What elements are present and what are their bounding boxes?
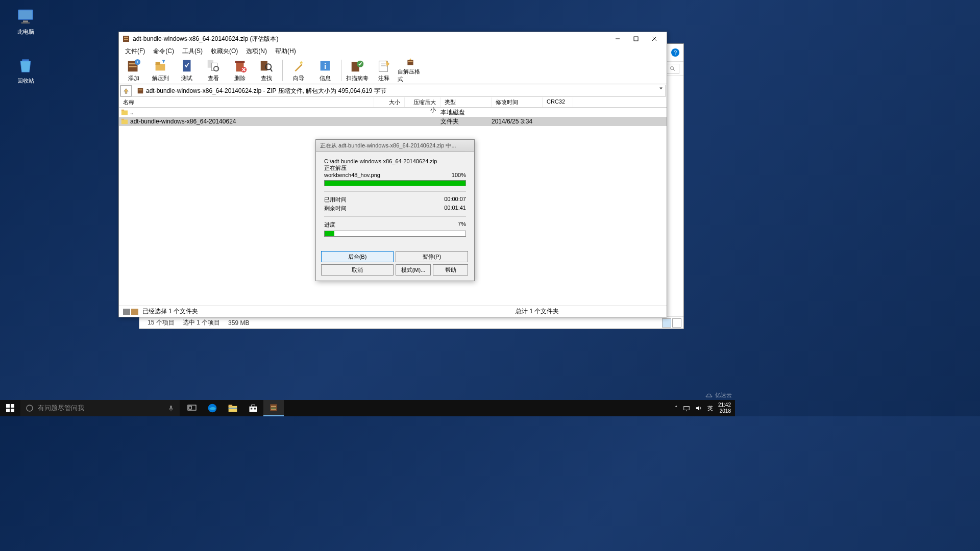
svg-rect-9 [124, 39, 128, 40]
status-icon [123, 309, 130, 315]
desktop-icon-recycle[interactable]: 回收站 [10, 55, 41, 85]
menu-file[interactable]: 文件(F) [122, 46, 148, 57]
close-button[interactable] [645, 33, 664, 44]
toolbar-comment[interactable]: 注释 [371, 58, 397, 83]
svg-rect-61 [229, 408, 237, 409]
maximize-button[interactable] [627, 33, 645, 44]
remaining-value: 00:01:41 [444, 205, 466, 212]
svg-rect-64 [254, 408, 256, 409]
window-title: adt-bundle-windows-x86_64-20140624.zip (… [133, 35, 608, 43]
status-selected: 已经选择 1 个文件夹 [142, 307, 412, 316]
progress-label: 进度 [324, 221, 335, 229]
dialog-title[interactable]: 正在从 adt-bundle-windows-x86_64-20140624.z… [316, 140, 474, 152]
menu-command[interactable]: 命令(C) [150, 46, 177, 57]
view-details-button[interactable] [662, 318, 671, 328]
toolbar-sfx[interactable]: 自解压格式 [398, 58, 423, 83]
taskbar-edge[interactable] [202, 400, 223, 416]
help-button[interactable]: 帮助 [433, 264, 468, 276]
toolbar-virus[interactable]: 扫描病毒 [345, 58, 370, 83]
search-icon[interactable] [666, 64, 679, 74]
col-size[interactable]: 大小 [374, 97, 405, 107]
menu-favorites[interactable]: 收藏夹(O) [208, 46, 241, 57]
svg-rect-69 [684, 407, 690, 410]
toolbar-wizard[interactable]: 向导 [286, 58, 311, 83]
total-percent: 7% [458, 221, 466, 229]
desktop-icon-this-pc[interactable]: 此电脑 [10, 6, 41, 36]
search-placeholder: 有问题尽管问我 [38, 404, 84, 413]
toolbar-extract[interactable]: 解压到 [148, 58, 173, 83]
svg-line-6 [673, 69, 675, 70]
toolbar-info[interactable]: i信息 [312, 58, 338, 83]
svg-rect-54 [170, 406, 172, 409]
svg-rect-42 [408, 61, 413, 62]
desktop-icon-label: 此电脑 [17, 29, 34, 35]
svg-rect-68 [271, 409, 276, 410]
toolbar-add[interactable]: +添加 [121, 58, 146, 83]
up-button[interactable] [120, 85, 132, 96]
toolbar-delete[interactable]: 删除 [227, 58, 253, 83]
current-file: workbench48_hov.png [324, 172, 380, 178]
status-selected: 选中 1 个项目 [183, 318, 220, 327]
titlebar[interactable]: adt-bundle-windows-x86_64-20140624.zip (… [119, 32, 667, 45]
col-crc[interactable]: CRC32 [543, 97, 573, 107]
cancel-button[interactable]: 取消 [321, 264, 394, 276]
view-large-button[interactable] [672, 318, 681, 328]
remaining-label: 剩余时间 [324, 205, 347, 212]
svg-rect-26 [235, 61, 245, 63]
svg-rect-2 [23, 20, 28, 22]
volume-icon[interactable] [695, 405, 702, 412]
col-name[interactable]: 名称 [119, 97, 374, 107]
folder-icon [121, 118, 128, 125]
menu-options[interactable]: 选项(N) [243, 46, 270, 57]
toolbar-view[interactable]: 查看 [201, 58, 226, 83]
svg-rect-57 [189, 406, 191, 409]
menubar: 文件(F) 命令(C) 工具(S) 收藏夹(O) 选项(N) 帮助(H) [119, 45, 667, 57]
svg-rect-63 [251, 408, 252, 409]
col-modified[interactable]: 修改时间 [492, 97, 543, 107]
elapsed-label: 已用时间 [324, 196, 347, 204]
minimize-button[interactable] [608, 33, 627, 44]
taskbar-winrar[interactable] [263, 400, 284, 416]
toolbar-find[interactable]: 查找 [254, 58, 279, 83]
folder-up-icon [121, 109, 128, 116]
path-text[interactable]: adt-bundle-windows-x86_64-20140624.zip -… [134, 87, 657, 95]
taskbar: 有问题尽管问我 ˄ 英 21:42 2018 [0, 400, 735, 416]
mode-button[interactable]: 模式(M)... [396, 264, 431, 276]
menu-tools[interactable]: 工具(S) [179, 46, 206, 57]
list-item[interactable]: adt-bundle-windows-x86_64-20140624 文件夹 2… [119, 117, 667, 126]
task-view-button[interactable] [182, 400, 202, 416]
taskbar-explorer[interactable] [223, 400, 243, 416]
svg-rect-48 [121, 119, 124, 120]
ime-indicator[interactable]: 英 [707, 405, 713, 412]
menu-help[interactable]: 帮助(H) [272, 46, 299, 57]
path-dropdown[interactable]: ˅ [657, 86, 665, 96]
search-bar[interactable]: 有问题尽管问我 [20, 400, 180, 416]
start-button[interactable] [0, 400, 20, 416]
taskbar-store[interactable] [243, 400, 263, 416]
list-item[interactable]: .. 本地磁盘 [119, 108, 667, 117]
pause-button[interactable]: 暂停(P) [396, 251, 468, 262]
svg-rect-52 [11, 409, 14, 412]
network-icon[interactable] [683, 405, 690, 412]
svg-rect-49 [6, 404, 10, 408]
help-icon[interactable]: ? [671, 48, 679, 57]
svg-marker-33 [300, 61, 303, 64]
svg-rect-59 [229, 406, 237, 412]
svg-rect-20 [156, 62, 160, 65]
svg-rect-8 [124, 37, 128, 38]
mic-icon[interactable] [167, 405, 175, 412]
list-header: 名称 大小 压缩后大小 类型 修改时间 CRC32 [119, 97, 667, 108]
tray-clock[interactable]: 21:42 2018 [718, 402, 731, 414]
total-progress-bar [324, 231, 466, 237]
svg-rect-4 [22, 59, 29, 61]
toolbar-test[interactable]: 测试 [174, 58, 200, 83]
file-percent: 100% [452, 172, 466, 178]
tray-chevron-icon[interactable]: ˄ [675, 405, 678, 412]
svg-rect-3 [21, 22, 30, 24]
system-tray: ˄ 英 21:42 2018 [671, 402, 735, 414]
background-button[interactable]: 后台(B) [321, 251, 394, 262]
progress-dialog: 正在从 adt-bundle-windows-x86_64-20140624.z… [315, 139, 475, 281]
elapsed-value: 00:00:07 [444, 196, 466, 204]
col-type[interactable]: 类型 [440, 97, 492, 107]
col-packed[interactable]: 压缩后大小 [405, 97, 440, 107]
